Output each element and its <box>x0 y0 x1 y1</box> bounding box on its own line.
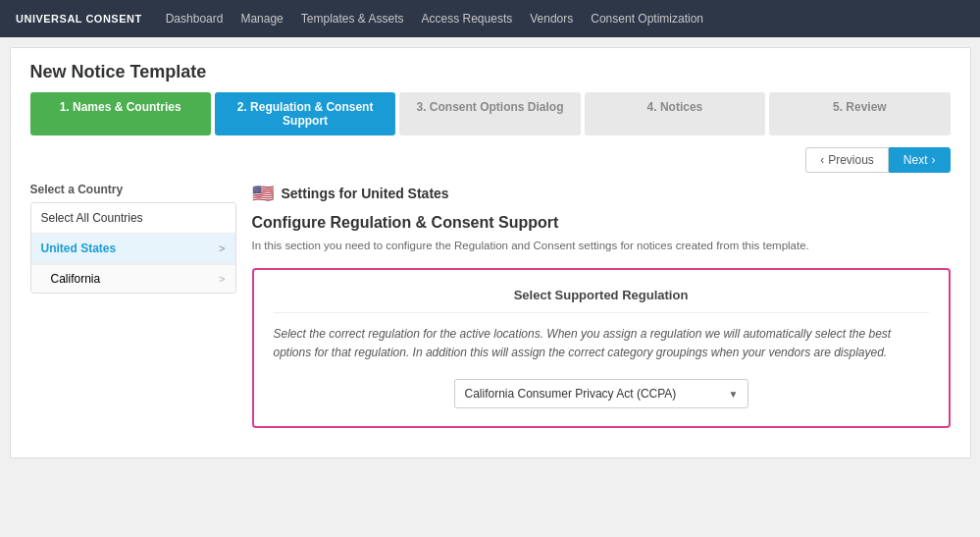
wizard-step-4[interactable]: 4. Notices <box>585 92 765 135</box>
brand-logo: UNIVERSAL CONSENT <box>16 13 142 25</box>
right-panel: 🇺🇸 Settings for United States Configure … <box>252 183 951 428</box>
wizard-step-3[interactable]: 3. Consent Options Dialog <box>399 92 580 135</box>
top-navigation: UNIVERSAL CONSENT Dashboard Manage Templ… <box>0 0 980 37</box>
chevron-right-usa-icon: > <box>219 242 225 254</box>
previous-button[interactable]: ‹ Previous <box>805 147 889 173</box>
main-content: Select a Country Select All Countries Un… <box>11 183 970 428</box>
highlight-box-description: Select the correct regulation for the ac… <box>274 325 929 362</box>
right-panel-header: 🇺🇸 Settings for United States <box>252 183 951 204</box>
page-wrapper: New Notice Template 1. Names & Countries… <box>10 47 971 458</box>
chevron-left-icon: ‹ <box>820 153 824 167</box>
country-item-usa[interactable]: United States > <box>31 234 235 264</box>
nav-vendors[interactable]: Vendors <box>530 12 573 26</box>
left-panel: Select a Country Select All Countries Un… <box>30 183 236 428</box>
section-title: Configure Regulation & Consent Support <box>252 214 951 232</box>
us-flag-icon: 🇺🇸 <box>252 183 274 204</box>
wizard-step-1[interactable]: 1. Names & Countries <box>30 92 211 135</box>
page-title: New Notice Template <box>11 48 970 92</box>
nav-consent-optimization[interactable]: Consent Optimization <box>591 12 703 26</box>
nav-access-requests[interactable]: Access Requests <box>422 12 513 26</box>
wizard-step-5[interactable]: 5. Review <box>769 92 950 135</box>
next-button[interactable]: Next › <box>889 147 951 173</box>
wizard-steps: 1. Names & Countries 2. Regulation & Con… <box>11 92 970 147</box>
left-panel-title: Select a Country <box>30 183 236 196</box>
country-sub-item-california[interactable]: California > <box>31 264 235 293</box>
nav-manage[interactable]: Manage <box>240 12 283 26</box>
regulation-select-wrapper: California Consumer Privacy Act (CCPA) G… <box>274 379 929 408</box>
regulation-select[interactable]: California Consumer Privacy Act (CCPA) G… <box>454 379 748 408</box>
section-description: In this section you need to configure th… <box>252 238 951 254</box>
regulation-select-container: California Consumer Privacy Act (CCPA) G… <box>454 379 748 408</box>
regulation-highlight-box: Select Supported Regulation Select the c… <box>252 268 951 427</box>
wizard-step-2[interactable]: 2. Regulation & Consent Support <box>215 92 395 135</box>
country-list: Select All Countries United States > Cal… <box>30 202 236 294</box>
nav-buttons-row: ‹ Previous Next › <box>11 147 970 183</box>
highlight-box-title: Select Supported Regulation <box>274 288 929 313</box>
select-all-countries[interactable]: Select All Countries <box>31 203 235 234</box>
chevron-right-icon: › <box>932 153 936 167</box>
chevron-right-california-icon: > <box>219 273 225 285</box>
nav-templates[interactable]: Templates & Assets <box>301 12 404 26</box>
nav-dashboard[interactable]: Dashboard <box>166 12 224 26</box>
